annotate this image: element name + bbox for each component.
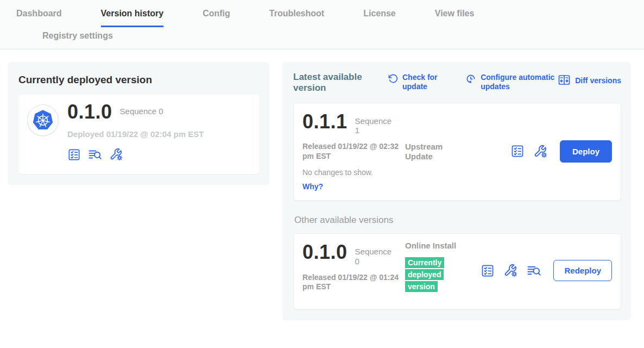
tab-view-files[interactable]: View files xyxy=(435,9,475,26)
other-version-card: 0.1.0 Sequence 0 Released 01/19/22 @ 01:… xyxy=(293,233,621,309)
latest-version-card: 0.1.1 Sequence 1 Released 01/19/22 @ 02:… xyxy=(293,103,621,201)
other-sequence-label: Sequence 0 xyxy=(355,247,394,266)
tab-registry-settings[interactable]: Registry settings xyxy=(42,31,113,41)
tab-license[interactable]: License xyxy=(363,9,396,26)
latest-card-actions: Deploy xyxy=(510,140,612,163)
diff-versions-link[interactable]: Diff versions xyxy=(558,73,621,89)
currently-deployed-badge: Currently deployed version xyxy=(405,257,444,291)
currently-deployed-title: Currently deployed version xyxy=(18,74,260,86)
other-released-timestamp: Released 01/19/22 @ 01:24 pm EST xyxy=(302,273,400,292)
currently-deployed-card: 0.1.0 Sequence 0 Deployed 01/19/22 @ 02:… xyxy=(18,95,260,174)
check-for-update-link[interactable]: Check for update xyxy=(388,73,450,91)
current-sequence-label: Sequence 0 xyxy=(120,107,163,116)
configure-automatic-updates-label: Configure automatic updates xyxy=(481,73,558,91)
config-wrench-icon[interactable] xyxy=(503,263,518,278)
main-content: Currently deployed version 0.1.0 Sequenc… xyxy=(0,49,644,320)
tab-config[interactable]: Config xyxy=(203,9,230,26)
config-wrench-icon[interactable] xyxy=(109,147,123,161)
available-versions-header: Latest available version Check for updat… xyxy=(293,72,621,94)
other-available-versions-title: Other available versions xyxy=(294,215,621,226)
latest-version-number: 0.1.1 xyxy=(302,112,348,132)
preflight-checklist-icon[interactable] xyxy=(67,148,81,161)
primary-tab-row: Dashboard Version history Config Trouble… xyxy=(16,9,644,27)
tab-dashboard[interactable]: Dashboard xyxy=(16,9,62,26)
other-card-actions: Redeploy xyxy=(481,260,612,281)
no-changes-text: No changes to show. xyxy=(302,168,612,177)
secondary-tab-row: Registry settings xyxy=(16,27,644,49)
latest-released-timestamp: Released 01/19/22 @ 02:32 pm EST xyxy=(302,142,400,161)
tab-version-history[interactable]: Version history xyxy=(101,9,164,27)
check-for-update-label: Check for update xyxy=(402,73,450,91)
preflight-checklist-icon[interactable] xyxy=(510,144,525,158)
other-version-number: 0.1.0 xyxy=(302,243,348,262)
config-wrench-icon[interactable] xyxy=(533,144,548,159)
latest-source-label: Upstream Update xyxy=(405,142,462,161)
configure-automatic-updates-link[interactable]: Configure automatic updates xyxy=(465,73,558,91)
currently-deployed-details: 0.1.0 Sequence 0 Deployed 01/19/22 @ 02:… xyxy=(67,102,204,166)
tab-troubleshoot[interactable]: Troubleshoot xyxy=(269,9,324,26)
top-nav: Dashboard Version history Config Trouble… xyxy=(0,0,644,49)
available-versions-panel: Latest available version Check for updat… xyxy=(282,62,631,320)
deploy-button[interactable]: Deploy xyxy=(560,140,612,163)
other-source-label: Online Install Currently deployed versio… xyxy=(405,241,462,293)
why-link[interactable]: Why? xyxy=(302,182,323,191)
release-notes-icon[interactable] xyxy=(88,147,102,161)
redeploy-button[interactable]: Redeploy xyxy=(553,260,612,281)
preflight-checklist-icon[interactable] xyxy=(481,264,495,278)
current-version-number: 0.1.0 xyxy=(67,102,112,122)
online-install-label: Online Install xyxy=(405,241,456,250)
diff-versions-label: Diff versions xyxy=(575,76,621,85)
release-notes-icon[interactable] xyxy=(527,263,541,278)
refresh-icon xyxy=(388,73,398,86)
schedule-icon xyxy=(465,73,476,86)
deployed-timestamp: Deployed 01/19/22 @ 02:04 pm EST xyxy=(67,129,204,139)
diff-icon xyxy=(558,73,571,89)
latest-sequence-label: Sequence 1 xyxy=(355,116,394,135)
latest-available-title: Latest available version xyxy=(293,72,368,94)
kubernetes-logo xyxy=(27,104,59,136)
currently-deployed-badge-wrap: Currently deployed version xyxy=(405,257,449,293)
currently-deployed-panel: Currently deployed version 0.1.0 Sequenc… xyxy=(8,62,269,185)
